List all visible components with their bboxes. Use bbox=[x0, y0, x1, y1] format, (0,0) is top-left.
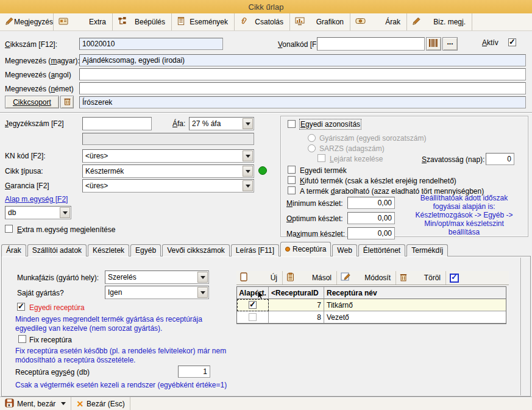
chevron-down-icon[interactable] bbox=[243, 166, 253, 177]
grid-delete-button[interactable]: Töröl bbox=[396, 271, 446, 285]
tab-keszletek[interactable]: Készletek bbox=[88, 244, 129, 256]
grid-header-row: Alapért. <RecepturaID Receptúra név bbox=[237, 287, 506, 299]
grid-cell-alapert[interactable] bbox=[237, 311, 269, 323]
jegyzekszam-input[interactable] bbox=[82, 117, 152, 130]
grid-select-button[interactable] bbox=[446, 271, 470, 285]
cikkcsoport-clear-button[interactable] bbox=[60, 96, 74, 108]
toolbar-grafikon-button[interactable]: Grafikon bbox=[290, 13, 350, 30]
kifuto-checkbox[interactable] bbox=[288, 176, 296, 184]
megnevezes-nemet-input[interactable] bbox=[79, 82, 526, 94]
cell-value: Titkárnő bbox=[327, 301, 353, 309]
cikk-tipusa-dropdown[interactable]: Késztermék bbox=[82, 164, 254, 178]
toolbar-beepules-button[interactable]: Beépülés bbox=[113, 13, 172, 30]
megnevezes-angol-input[interactable] bbox=[79, 68, 526, 80]
cikkcsoport-value-field[interactable]: Írószerek bbox=[79, 96, 526, 108]
toolbar-csatolas-button[interactable]: Csatolás bbox=[235, 13, 290, 30]
grid-modify-button[interactable]: Módosít bbox=[337, 271, 396, 285]
barcode-icon bbox=[429, 39, 438, 49]
grid-new-button[interactable]: Új bbox=[236, 271, 283, 285]
fix-receptura-checkbox[interactable] bbox=[18, 335, 26, 343]
tab-szallitoi-adatok[interactable]: Szállítói adatok bbox=[27, 244, 87, 256]
alap-megyseg-link[interactable]: Alap m.egység [F2] bbox=[5, 195, 68, 203]
tab-elettortenet[interactable]: Élettörténet bbox=[358, 244, 405, 256]
grid-modify-label: Módosít bbox=[364, 274, 391, 282]
cikk-tipusa-value: Késztermék bbox=[85, 167, 124, 175]
chevron-down-icon[interactable] bbox=[197, 287, 208, 298]
row-checkbox[interactable] bbox=[249, 301, 257, 309]
minimum-keszlet-label: Minimum készlet: bbox=[286, 199, 343, 208]
aktiv-label: Aktív bbox=[482, 38, 498, 47]
megnevezes-magyar-input[interactable]: Ajándékcsomag, egyedi (irodai) bbox=[79, 54, 526, 66]
tab-termekdij[interactable]: Termékdíj bbox=[406, 244, 448, 256]
tab-arak[interactable]: Árak bbox=[1, 244, 26, 256]
sajat-gyartas-dropdown[interactable]: Igen bbox=[105, 286, 209, 299]
row-checkbox[interactable] bbox=[249, 313, 257, 321]
tab-label: Receptúra bbox=[293, 245, 326, 253]
tab-vevoi-cikkszamok[interactable]: Vevői cikkszámok bbox=[162, 244, 230, 256]
egyedi-termek-checkbox[interactable] bbox=[288, 166, 296, 174]
table-row[interactable]: 7 Titkárnő bbox=[237, 299, 506, 311]
active-tab-dot-icon bbox=[285, 247, 290, 252]
chevron-down-icon[interactable] bbox=[243, 180, 253, 191]
chevron-down-icon[interactable] bbox=[197, 272, 208, 283]
grid-cell-id[interactable]: 8 bbox=[269, 311, 324, 323]
tab-web[interactable]: Web bbox=[332, 244, 356, 256]
toolbar-item-label: Grafikon bbox=[316, 18, 344, 26]
kifuto-label: Kifutó termék (csak a készlet erejéig re… bbox=[300, 177, 456, 185]
chevron-down-icon[interactable] bbox=[243, 150, 253, 161]
optimum-keszlet-input[interactable]: 0,00 bbox=[347, 212, 395, 224]
chevron-down-icon[interactable] bbox=[243, 118, 253, 129]
tab-egyeb[interactable]: Egyéb bbox=[130, 244, 161, 256]
tab-label: Egyéb bbox=[135, 246, 156, 255]
vonalkod-ellipsis-button[interactable]: ... bbox=[442, 37, 458, 51]
grid-cell-id[interactable]: 7 bbox=[269, 299, 324, 311]
darabolhato-checkbox[interactable] bbox=[288, 186, 296, 194]
tab-leiras[interactable]: Leírás [F11] bbox=[231, 244, 279, 256]
barcode-button[interactable] bbox=[426, 37, 441, 51]
grid-copy-button[interactable]: Másol bbox=[283, 271, 337, 285]
save-close-button[interactable]: x Ment, bezár bbox=[0, 397, 71, 410]
note-icon bbox=[177, 16, 185, 27]
cikkszam-input[interactable]: 10020010 bbox=[79, 38, 223, 50]
section-divider bbox=[0, 112, 532, 113]
maximum-keszlet-input[interactable]: 0,00 bbox=[347, 227, 395, 239]
garancia-dropdown[interactable]: <üres> bbox=[82, 179, 254, 193]
minimum-keszlet-value: 0,00 bbox=[378, 199, 392, 207]
toolbar-esemenyek-button[interactable]: Események bbox=[172, 13, 235, 30]
toolbar-biz-megj-button[interactable]: Biz. megj. bbox=[407, 13, 472, 30]
tab-receptura[interactable]: Receptúra bbox=[280, 242, 331, 256]
tab-label: Készletek bbox=[93, 246, 124, 255]
minimum-keszlet-input[interactable]: 0,00 bbox=[347, 197, 395, 209]
cikkcsoport-button[interactable]: Cikkcsoport bbox=[5, 96, 59, 108]
grid-cell-alapert[interactable] bbox=[237, 299, 269, 311]
aktiv-checkbox[interactable] bbox=[508, 38, 516, 46]
toolbar-megjegyzes-button[interactable]: Megjegyzés bbox=[0, 13, 54, 30]
close-button[interactable]: ✕ Bezár (Esc) bbox=[71, 397, 130, 410]
vonalkod-input[interactable] bbox=[317, 37, 425, 51]
grid-cell-name[interactable]: Titkárnő bbox=[324, 299, 506, 311]
receptura-egyseg-input[interactable]: 1 bbox=[178, 366, 210, 378]
afa-dropdown[interactable]: 27 % áfa bbox=[189, 117, 254, 130]
szavatossag-input[interactable]: 0 bbox=[486, 153, 514, 165]
table-row[interactable]: 8 Vezető bbox=[237, 311, 506, 323]
alap-megyseg-dropdown[interactable]: db bbox=[5, 206, 71, 219]
egyedi-receptura-checkbox[interactable] bbox=[17, 303, 25, 311]
kn-kod-dropdown[interactable]: <üres> bbox=[82, 149, 254, 163]
grid-new-label: Új bbox=[271, 274, 277, 282]
tab-label: Élettörténet bbox=[363, 246, 400, 255]
toolbar-arak-button[interactable]: Árak bbox=[350, 13, 407, 30]
grid-header-recepturaid[interactable]: <RecepturaID bbox=[269, 287, 324, 299]
grid-header-receptura-nev[interactable]: Receptúra név bbox=[324, 287, 506, 299]
chevron-down-icon[interactable] bbox=[60, 207, 70, 218]
egyedi-azonositas-checkbox[interactable] bbox=[288, 120, 296, 128]
sarzs-label: SARZS (adagszám) bbox=[319, 144, 385, 153]
new-page-icon bbox=[240, 272, 247, 283]
megnevezes-magyar-label: Megnevezés (magyar): bbox=[5, 57, 80, 65]
grid-cell-name[interactable]: Vezető bbox=[324, 311, 506, 323]
kn-kod-label: KN kód [F2]: bbox=[5, 152, 46, 160]
munkafazis-dropdown[interactable]: Szerelés bbox=[105, 270, 209, 284]
alap-megyseg-value: db bbox=[8, 208, 16, 217]
toolbar-extra-button[interactable]: Extra bbox=[54, 13, 113, 30]
extra-megyseg-checkbox[interactable] bbox=[5, 225, 13, 233]
optimum-keszlet-value: 0,00 bbox=[378, 214, 392, 222]
